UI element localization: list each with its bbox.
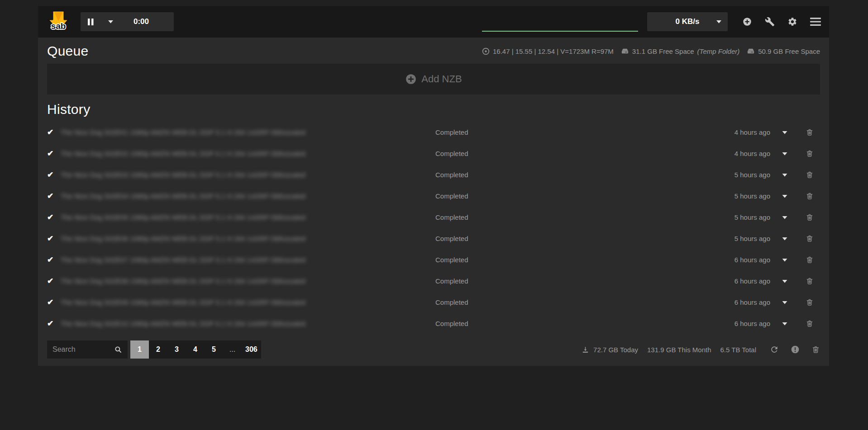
speed-limit-button[interactable]: 0 KB/s xyxy=(647,12,728,31)
check-icon: ✔ xyxy=(47,149,61,158)
row-actions-dropdown[interactable] xyxy=(770,279,799,283)
history-item-name[interactable]: The Nice Dog S02E08 1080p AMZN WEB-DL DD… xyxy=(61,277,435,285)
add-nzb-button[interactable] xyxy=(742,17,752,27)
row-delete-button[interactable] xyxy=(799,192,820,200)
status-button[interactable] xyxy=(765,17,775,27)
check-icon: ✔ xyxy=(47,319,61,328)
row-delete-button[interactable] xyxy=(799,128,820,137)
history-item-name[interactable]: The Nice Dog S02E04 1080p AMZN WEB-DL DD… xyxy=(61,192,435,200)
add-nzb-dropzone[interactable]: Add NZB xyxy=(47,64,820,95)
history-item-status: Completed xyxy=(435,277,702,285)
row-actions-dropdown[interactable] xyxy=(770,216,799,219)
history-item-name[interactable]: The Nice Dog S02E05 1080p AMZN WEB-DL DD… xyxy=(61,213,435,221)
history-item-age: 5 hours ago xyxy=(702,171,770,179)
row-actions-dropdown[interactable] xyxy=(770,258,799,262)
page-button-last[interactable]: 306 xyxy=(242,340,261,359)
row-delete-button[interactable] xyxy=(799,255,820,264)
trash-icon xyxy=(806,277,814,285)
hamburger-icon xyxy=(810,18,821,26)
row-actions-dropdown[interactable] xyxy=(770,152,799,156)
history-row: ✔ The Nice Dog S02E07 1080p AMZN WEB-DL … xyxy=(47,249,820,270)
failed-info-button[interactable] xyxy=(791,345,800,354)
search-icon[interactable] xyxy=(114,345,122,354)
menu-button[interactable] xyxy=(810,18,821,26)
page-button-4[interactable]: 4 xyxy=(186,340,205,359)
pause-duration-dropdown[interactable] xyxy=(101,12,120,31)
history-item-age: 4 hours ago xyxy=(702,128,770,136)
check-icon: ✔ xyxy=(47,213,61,222)
page-button-3[interactable]: 3 xyxy=(167,340,186,359)
history-item-age: 5 hours ago xyxy=(702,213,770,221)
temp-folder-note: (Temp Folder) xyxy=(697,47,740,55)
pause-control-group: 0:00 xyxy=(81,12,174,31)
chevron-down-icon xyxy=(782,258,787,262)
history-item-name[interactable]: The Nice Dog S02E10 1080p AMZN WEB-DL DD… xyxy=(61,320,435,327)
total-month-text: 131.9 GB This Month xyxy=(647,346,711,354)
history-item-status: Completed xyxy=(435,213,702,221)
history-item-name[interactable]: The Nice Dog S02E07 1080p AMZN WEB-DL DD… xyxy=(61,256,435,264)
row-actions-dropdown[interactable] xyxy=(770,322,799,326)
row-delete-button[interactable] xyxy=(799,234,820,243)
check-icon: ✔ xyxy=(47,276,61,286)
history-row: ✔ The Nice Dog S02E06 1080p AMZN WEB-DL … xyxy=(47,228,820,249)
row-delete-button[interactable] xyxy=(799,277,820,285)
row-actions-dropdown[interactable] xyxy=(770,301,799,304)
row-delete-button[interactable] xyxy=(799,213,820,222)
server-speed-text: 16.47 | 15.55 | 12.54 | V=1723M R=97M xyxy=(493,47,614,55)
history-item-name[interactable]: The Nice Dog S02E03 1080p AMZN WEB-DL DD… xyxy=(61,171,435,179)
row-delete-button[interactable] xyxy=(799,298,820,307)
main-content: Queue 16.47 | 15.55 | 12.54 | V=1723M R=… xyxy=(38,38,829,366)
pause-button[interactable] xyxy=(81,12,101,31)
settings-button[interactable] xyxy=(787,17,797,27)
history-search-box xyxy=(47,340,128,359)
history-item-age: 6 hours ago xyxy=(702,256,770,264)
page-button-2[interactable]: 2 xyxy=(149,340,167,359)
row-actions-dropdown[interactable] xyxy=(770,237,799,241)
check-icon: ✔ xyxy=(47,255,61,265)
trash-icon xyxy=(811,345,820,354)
trash-icon xyxy=(806,170,814,179)
page-button-1[interactable]: 1 xyxy=(130,340,149,359)
download-totals: 72.7 GB Today 131.9 GB This Month 6.5 TB… xyxy=(582,346,756,354)
page-button-5[interactable]: 5 xyxy=(205,340,223,359)
speed-value: 0 KB/s xyxy=(676,17,700,26)
trash-icon xyxy=(806,255,814,264)
search-input[interactable] xyxy=(52,345,110,354)
chevron-down-icon xyxy=(782,173,787,177)
row-actions-dropdown[interactable] xyxy=(770,194,799,198)
trash-icon xyxy=(806,234,814,243)
trash-icon xyxy=(806,128,814,137)
history-item-status: Completed xyxy=(435,192,702,200)
history-item-status: Completed xyxy=(435,150,702,157)
check-icon: ✔ xyxy=(47,298,61,307)
history-item-name[interactable]: The Nice Dog S02E09 1080p AMZN WEB-DL DD… xyxy=(61,298,435,306)
chevron-down-icon xyxy=(108,20,113,24)
check-icon: ✔ xyxy=(47,170,61,180)
chevron-down-icon xyxy=(782,237,787,241)
row-actions-dropdown[interactable] xyxy=(770,173,799,177)
temp-free-text: 31.1 GB Free Space xyxy=(632,47,694,55)
check-icon: ✔ xyxy=(47,128,61,137)
total-today-text: 72.7 GB Today xyxy=(593,346,638,354)
row-delete-button[interactable] xyxy=(799,170,820,179)
sabnzbd-logo[interactable]: sab xyxy=(46,9,71,34)
history-item-age: 6 hours ago xyxy=(702,298,770,306)
trash-icon xyxy=(806,149,814,158)
history-item-name[interactable]: The Nice Dog S02E06 1080p AMZN WEB-DL DD… xyxy=(61,235,435,242)
disk-free-text: 50.9 GB Free Space xyxy=(758,47,820,55)
history-item-age: 4 hours ago xyxy=(702,150,770,157)
row-delete-button[interactable] xyxy=(799,319,820,328)
refresh-button[interactable] xyxy=(770,345,779,354)
row-delete-button[interactable] xyxy=(799,149,820,158)
gear-icon xyxy=(787,17,797,27)
row-actions-dropdown[interactable] xyxy=(770,131,799,134)
wrench-icon xyxy=(765,17,775,27)
hard-drive-icon xyxy=(747,47,755,55)
queue-stats: 16.47 | 15.55 | 12.54 | V=1723M R=97M 31… xyxy=(482,47,820,55)
chevron-down-icon xyxy=(782,279,787,283)
history-item-name[interactable]: The Nice Dog S02E02 1080p AMZN WEB-DL DD… xyxy=(61,150,435,157)
exclamation-circle-icon xyxy=(791,345,800,354)
purge-history-button[interactable] xyxy=(811,345,820,354)
history-item-name[interactable]: The Nice Dog S02E01 1080p AMZN WEB-DL DD… xyxy=(61,128,435,136)
history-row: ✔ The Nice Dog S02E05 1080p AMZN WEB-DL … xyxy=(47,207,820,228)
